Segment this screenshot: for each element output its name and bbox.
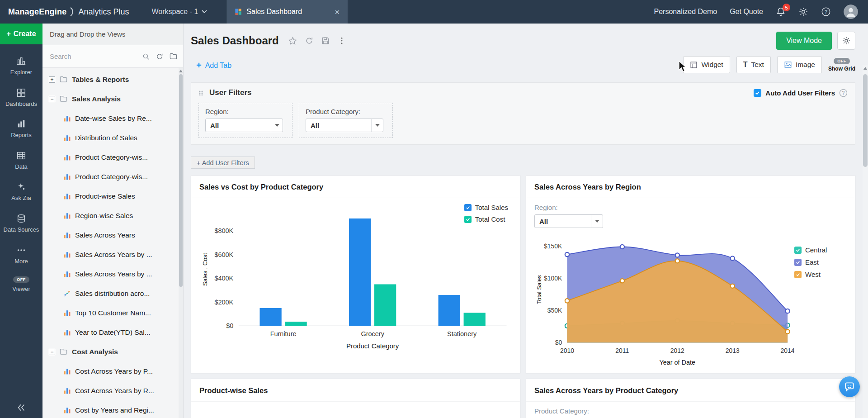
add-image-button[interactable]: Image [777, 56, 822, 73]
data-sources-icon [16, 214, 26, 223]
svg-text:$0: $0 [555, 339, 562, 346]
refresh-views-icon[interactable] [156, 52, 164, 61]
settings-gear-icon[interactable] [798, 7, 808, 17]
region-filter-select[interactable]: All [205, 119, 283, 132]
create-button[interactable]: + Create [0, 24, 42, 44]
legend-item-east[interactable]: East [794, 258, 848, 266]
tree-view-item[interactable]: Cost Across Years by P... [42, 361, 183, 381]
tree-view-item[interactable]: Year to Date(YTD) Sal... [42, 323, 183, 342]
tree-view-item[interactable]: Distribution of Sales [42, 128, 183, 147]
help-icon[interactable]: ? [821, 7, 831, 17]
tree-view-item[interactable]: Sales Across Years by ... [42, 264, 183, 284]
sidebar-item-ask-zia[interactable]: Ask Zia [0, 182, 42, 202]
scroll-up-arrow[interactable] [863, 67, 867, 70]
collapse-icon[interactable] [49, 349, 55, 355]
collapse-icon[interactable] [49, 96, 55, 102]
svg-text:?: ? [825, 9, 827, 14]
notification-badge: 5 [783, 4, 790, 11]
legend-checkbox[interactable] [794, 271, 802, 278]
search-icon[interactable] [142, 52, 150, 61]
favorite-star-icon[interactable] [288, 36, 297, 46]
main-scrollbar[interactable] [863, 65, 868, 418]
plus-icon: + [196, 60, 202, 71]
tree-folder-cost-analysis[interactable]: Cost Analysis [42, 342, 183, 361]
tree-view-item[interactable]: Cost by Years and Regi... [42, 400, 183, 418]
chart-view-icon [63, 328, 71, 336]
sidebar-item-data[interactable]: Data [0, 151, 42, 171]
card-sales-vs-cost: Sales vs Cost by Product Category $0$200… [191, 175, 520, 373]
collapse-rail-icon[interactable] [16, 403, 26, 413]
image-icon [784, 61, 792, 69]
add-widget-button[interactable]: Widget [683, 56, 730, 73]
search-input[interactable] [50, 52, 138, 60]
drag-handle-icon[interactable] [198, 90, 205, 95]
kebab-menu-icon[interactable] [337, 36, 346, 45]
user-avatar[interactable] [844, 5, 858, 19]
sidebar-item-reports[interactable]: Reports [0, 119, 42, 139]
legend-checkbox[interactable] [464, 216, 472, 223]
view-mode-button[interactable]: View Mode [776, 32, 832, 50]
auto-add-user-filters-checkbox[interactable] [754, 89, 761, 97]
viewer-toggle[interactable]: OFF Viewer [0, 276, 42, 293]
tree-folder-sales-analysis[interactable]: Sales Analysis [42, 89, 183, 109]
card-region-select[interactable]: All [534, 214, 603, 228]
viewer-off-pill[interactable]: OFF [13, 276, 29, 283]
expand-icon[interactable] [49, 76, 55, 83]
topbar-right: Personalized Demo Get Quote 5 ? [654, 5, 868, 19]
refresh-icon[interactable] [305, 36, 314, 45]
tree-view-item[interactable]: Sales Across Years by ... [42, 245, 183, 264]
add-tab-button[interactable]: + Add Tab [196, 60, 231, 73]
bar-chart-legend: Total Sales Total Cost [464, 204, 508, 223]
tree-folder-tables-reports[interactable]: Tables & Reports [42, 70, 183, 89]
close-icon[interactable]: × [335, 8, 340, 16]
workspace-selector[interactable]: Workspace - 1 [151, 8, 207, 16]
area-chart-canvas[interactable]: $0$50K$100K$150K20102011201220132014Year… [533, 229, 794, 368]
add-text-button[interactable]: T Text [736, 56, 771, 73]
save-icon[interactable] [321, 36, 330, 45]
svg-text:Grocery: Grocery [361, 330, 384, 337]
sidebar-item-explorer[interactable]: Explorer [0, 56, 42, 76]
product-category-filter-select[interactable]: All [306, 119, 383, 132]
legend-item-central[interactable]: Central [794, 246, 848, 254]
notifications-bell-icon[interactable]: 5 [776, 7, 786, 17]
dashboard-settings-gear-icon[interactable] [837, 32, 855, 50]
search-box[interactable] [50, 52, 150, 61]
show-grid-toggle[interactable]: OFF Show Grid [828, 58, 855, 72]
data-table-icon [16, 151, 26, 161]
tree-view-item[interactable]: Top 10 Customer Nam... [42, 303, 183, 323]
tree-view-item[interactable]: Product Category-wis... [42, 147, 183, 167]
sidebar-scrollbar[interactable] [179, 68, 183, 418]
tree-view-item[interactable]: Sales Across Years [42, 225, 183, 245]
svg-text:$400K: $400K [214, 275, 233, 282]
tab-sales-dashboard[interactable]: Sales Dashboard × [226, 0, 348, 24]
chevron-down-icon [371, 119, 383, 132]
bar-chart-canvas[interactable]: $0$200K$400K$600K$800KFurnitureGrocerySt… [198, 203, 513, 354]
tree-view-item[interactable]: Cost Across Years by R... [42, 381, 183, 400]
chat-support-button[interactable] [839, 376, 860, 397]
sidebar-item-data-sources[interactable]: Data Sources [0, 214, 42, 233]
sidebar-item-more[interactable]: More [0, 245, 42, 265]
tree-view-item[interactable]: Product Category-wis... [42, 167, 183, 186]
get-quote-link[interactable]: Get Quote [730, 8, 763, 16]
legend-checkbox[interactable] [794, 259, 802, 266]
help-circle-icon[interactable]: ? [839, 89, 848, 97]
chart-view-icon [63, 173, 71, 180]
folder-view-icon[interactable] [169, 52, 178, 61]
tree-view-item[interactable]: Region-wise Sales [42, 206, 183, 225]
legend-checkbox[interactable] [464, 204, 472, 211]
main-scrollbar-thumb[interactable] [863, 74, 868, 167]
tree-view-item[interactable]: Date-wise Sales by Re... [42, 109, 183, 128]
add-user-filters-button[interactable]: + Add User Filters [191, 157, 255, 169]
legend-checkbox[interactable] [794, 247, 802, 254]
sidebar-item-dashboards[interactable]: Dashboards [0, 88, 42, 108]
legend-item-west[interactable]: West [794, 271, 848, 278]
legend-item-total-sales[interactable]: Total Sales [464, 204, 508, 211]
legend-item-total-cost[interactable]: Total Cost [464, 215, 508, 223]
scroll-up-arrow[interactable] [179, 70, 183, 72]
show-grid-off-pill[interactable]: OFF [834, 58, 850, 64]
tree-view-item[interactable]: Sales distribution acro... [42, 284, 183, 303]
sidebar-scrollbar-thumb[interactable] [179, 74, 183, 287]
personalized-demo-link[interactable]: Personalized Demo [654, 8, 717, 16]
svg-text:$150K: $150K [544, 242, 562, 250]
tree-view-item[interactable]: Product-wise Sales [42, 186, 183, 206]
